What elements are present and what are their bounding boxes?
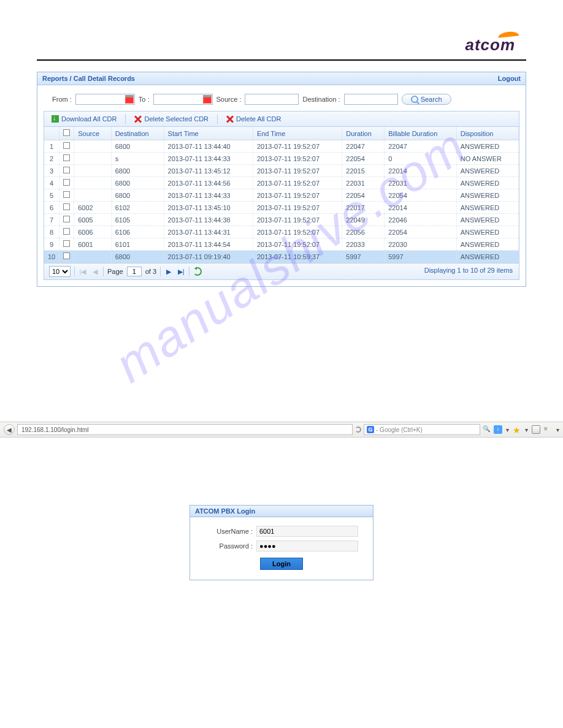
browser-back-button[interactable]: ◀ [4, 424, 15, 435]
cell-destination: 6101 [111, 238, 164, 251]
from-input-wrap [75, 94, 135, 105]
login-button[interactable]: Login [260, 558, 303, 570]
search-button[interactable]: Search [402, 94, 451, 105]
search-go-icon[interactable]: 🔍 [483, 425, 491, 434]
cell-start-time: 2013-07-11 13:44:33 [164, 189, 253, 202]
destination-input[interactable] [345, 94, 397, 104]
browser-search-bar[interactable]: G - Google (Ctrl+K) [364, 424, 480, 435]
download-all-button[interactable]: Download All CDR [49, 114, 119, 124]
cell-destination: 6800 [111, 140, 164, 153]
col-duration[interactable]: Duration [342, 127, 385, 140]
row-checkbox-cell [59, 251, 74, 263]
cell-disposition: ANSWERED [456, 140, 518, 153]
last-page-button[interactable]: ▶| [177, 267, 185, 276]
cell-destination: 6102 [111, 202, 164, 214]
password-input[interactable] [256, 540, 358, 552]
from-input[interactable] [76, 94, 125, 104]
col-end-time[interactable]: End Time [253, 127, 342, 140]
cell-source [74, 165, 111, 177]
row-index: 3 [44, 165, 59, 177]
cell-start-time: 2013-07-11 13:44:54 [164, 238, 253, 251]
cell-destination: 6800 [111, 165, 164, 177]
row-checkbox[interactable] [63, 167, 70, 173]
table-row[interactable]: 7600561052013-07-11 13:44:382013-07-11 1… [44, 214, 519, 226]
search-icon [411, 96, 418, 103]
cell-destination: 6106 [111, 226, 164, 238]
col-source[interactable]: Source [74, 127, 111, 140]
cell-billable: 22031 [385, 177, 457, 189]
table-row[interactable]: 468002013-07-11 13:44:562013-07-11 19:52… [44, 177, 519, 189]
google-icon: G [367, 426, 374, 433]
page-number-input[interactable] [127, 267, 142, 276]
row-checkbox[interactable] [63, 240, 70, 247]
url-text: 192.168.1.100/login.html [21, 427, 89, 433]
logout-link[interactable]: Logout [498, 75, 521, 82]
table-row[interactable]: 8600661062013-07-11 13:44:312013-07-11 1… [44, 226, 519, 238]
row-checkbox[interactable] [63, 179, 70, 186]
cell-source: 6001 [74, 238, 111, 251]
row-checkbox[interactable] [63, 203, 70, 210]
row-checkbox[interactable] [63, 154, 70, 161]
destination-input-wrap [344, 94, 398, 105]
table-row[interactable]: 568002013-07-11 13:44:332013-07-11 19:52… [44, 189, 519, 202]
cell-duration: 22017 [342, 202, 385, 214]
cell-duration: 22015 [342, 165, 385, 177]
page-size-select[interactable]: 10 [49, 266, 71, 277]
table-row[interactable]: 9600161012013-07-11 13:44:542013-07-11 1… [44, 238, 519, 251]
bookmark-icon[interactable]: ★ [513, 425, 521, 434]
cell-duration: 22031 [342, 177, 385, 189]
cell-disposition: ANSWERED [456, 202, 518, 214]
refresh-icon[interactable] [193, 267, 202, 276]
row-checkbox[interactable] [63, 191, 70, 198]
home-icon[interactable] [532, 425, 540, 434]
menu-icon[interactable]: ≡ [544, 425, 553, 434]
col-destination[interactable]: Destination [111, 127, 164, 140]
prev-page-button[interactable]: ◀ [91, 267, 99, 276]
cell-end-time: 2013-07-11 19:52:07 [253, 202, 342, 214]
row-checkbox-cell [59, 153, 74, 165]
table-row[interactable]: 168002013-07-11 13:44:402013-07-11 19:52… [44, 140, 519, 153]
cell-disposition: ANSWERED [456, 214, 518, 226]
row-checkbox[interactable] [63, 252, 70, 259]
delete-icon [134, 115, 142, 123]
calendar-icon[interactable] [125, 95, 134, 104]
browser-url-bar[interactable]: 192.168.1.100/login.html [17, 424, 353, 435]
username-input[interactable] [256, 526, 358, 537]
delete-all-button[interactable]: Delete All CDR [224, 114, 283, 124]
table-row[interactable]: 6600261022013-07-11 13:45:102013-07-11 1… [44, 202, 519, 214]
cell-end-time: 2013-07-11 19:52:07 [253, 140, 342, 153]
row-checkbox[interactable] [63, 228, 70, 235]
cdr-panel: Reports / Call Detail Records Logout Fro… [37, 72, 526, 287]
col-disposition[interactable]: Disposition [456, 127, 518, 140]
browser-toolbar: ◀ 192.168.1.100/login.html G - Google (C… [0, 422, 563, 438]
table-row[interactable]: 1068002013-07-11 09:19:402013-07-11 10:5… [44, 251, 519, 263]
source-input[interactable] [245, 94, 298, 104]
downloads-icon[interactable]: ↓ [494, 425, 502, 434]
delete-selected-button[interactable]: Delete Selected CDR [132, 114, 211, 124]
cell-billable: 22047 [385, 140, 457, 153]
breadcrumb-root[interactable]: Reports [42, 75, 68, 82]
select-all-checkbox[interactable] [63, 129, 70, 136]
first-page-button[interactable]: |◀ [79, 267, 87, 276]
row-checkbox[interactable] [63, 216, 70, 222]
col-billable-duration[interactable]: Billable Duration [385, 127, 457, 140]
reload-icon[interactable] [355, 427, 361, 433]
table-row[interactable]: 368002013-07-11 13:45:122013-07-11 19:52… [44, 165, 519, 177]
row-checkbox-cell [59, 165, 74, 177]
row-checkbox[interactable] [63, 142, 70, 149]
next-page-button[interactable]: ▶ [164, 267, 173, 276]
cell-destination: 6800 [111, 251, 164, 263]
col-start-time[interactable]: Start Time [164, 127, 253, 140]
cell-source: 6006 [74, 226, 111, 238]
cdr-grid: Download All CDR Delete Selected CDR Del… [44, 111, 519, 280]
cell-duration: 22054 [342, 153, 385, 165]
table-row[interactable]: 2s2013-07-11 13:44:332013-07-11 19:52:07… [44, 153, 519, 165]
to-label: To : [139, 96, 150, 103]
calendar-icon[interactable] [203, 95, 212, 104]
panel-header: Reports / Call Detail Records Logout [37, 72, 526, 85]
cell-disposition: ANSWERED [456, 165, 518, 177]
cell-disposition: ANSWERED [456, 251, 518, 263]
search-placeholder: - Google (Ctrl+K) [376, 427, 423, 433]
to-input[interactable] [154, 94, 203, 104]
toolbar-separator [125, 114, 126, 124]
